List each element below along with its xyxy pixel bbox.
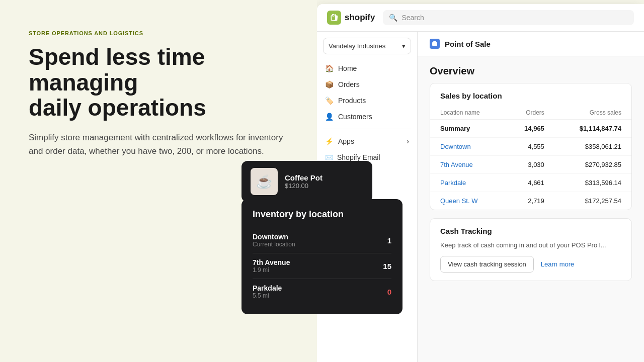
pos-header: Point of Sale [418,32,644,56]
downtown-link[interactable]: Downtown [440,143,471,150]
inv-location-name: Downtown [253,233,295,241]
summary-orders: 14,965 [505,120,554,138]
headline-line1: Spend less time managing [29,44,205,96]
cash-tracking-card: Cash Tracking Keep track of cash coming … [430,218,632,281]
product-name: Coffee Pot [285,173,323,182]
inv-count-downtown: 1 [387,236,391,245]
inv-location-info-parkdale: Parkdale 5.5 mi [253,284,282,299]
table-row-7th: 7th Avenue 3,030 $270,932.85 [430,156,631,174]
shopify-email-label: Shopify Email [337,153,380,161]
sales-table: Location name Orders Gross sales Summary… [430,106,631,210]
shopify-top-nav: shopify 🔍 Search [317,4,644,32]
downtown-orders: 4,555 [505,138,554,156]
cash-description: Keep track of cash coming in and out of … [440,241,621,249]
summary-sales: $1,114,847.74 [554,120,631,138]
pos-badge-icon [430,39,440,49]
cash-card-title: Cash Tracking [430,219,631,241]
search-placeholder: Search [401,14,424,22]
sidebar-item-customers[interactable]: 👤 Customers [317,109,417,125]
queen-label: Queen St. W [430,192,505,210]
inventory-title: Inventory by location [253,209,391,220]
inv-location-name-7th: 7th Avenue [253,258,290,266]
sidebar-label-orders: Orders [338,80,360,88]
shopify-main-content: Point of Sale Overview Sales by location… [418,32,644,362]
apps-icon: ⚡ [325,137,333,145]
queen-orders: 2,719 [505,192,554,210]
product-emoji: ☕ [256,174,272,190]
product-price: $120.00 [285,182,323,190]
customers-icon: 👤 [325,113,333,121]
sidebar-divider [323,129,411,129]
inv-location-sublabel: Current location [253,241,295,248]
overview-heading: Overview [418,56,644,83]
chevron-right-icon: › [407,137,409,145]
7th-sales: $270,932.85 [554,156,631,174]
parkdale-link[interactable]: Parkdale [440,179,466,187]
pos-title: Point of Sale [445,40,491,48]
sidebar-item-home[interactable]: 🏠 Home [317,60,417,76]
7th-label: 7th Avenue [430,156,505,174]
content-area: Sales by location Location name Orders G… [418,83,644,301]
sidebar-label-products: Products [338,97,366,105]
parkdale-label: Parkdale [430,174,505,192]
summary-label: Summary [430,120,505,138]
parkdale-orders: 4,661 [505,174,554,192]
inv-sublabel-parkdale: 5.5 mi [253,292,282,299]
products-icon: 🏷️ [325,97,333,105]
inventory-row-7th: 7th Avenue 1.9 mi 15 [253,253,391,279]
learn-more-link[interactable]: Learn more [539,256,576,273]
home-icon: 🏠 [325,64,333,72]
queen-sales: $172,257.54 [554,192,631,210]
store-selector[interactable]: Vandelay Industries ▾ [323,38,411,54]
left-panel: STORE OPERATIONS AND LOGISTICS Spend les… [0,0,317,362]
table-row-downtown: Downtown 4,555 $358,061.21 [430,138,631,156]
sidebar-label-home: Home [338,64,357,72]
sales-table-header: Location name Orders Gross sales [430,106,631,120]
chevron-down-icon: ▾ [402,42,406,50]
cash-card-body: Keep track of cash coming in and out of … [430,241,631,281]
sidebar-item-orders[interactable]: 📦 Orders [317,76,417,93]
inv-location-info-7th: 7th Avenue 1.9 mi [253,258,290,274]
shopify-logo: shopify [327,11,375,25]
product-info: Coffee Pot $120.00 [285,173,323,190]
col-location: Location name [430,106,505,120]
shopify-logo-text: shopify [345,13,375,23]
table-row-parkdale: Parkdale 4,661 $313,596.14 [430,174,631,192]
col-sales: Gross sales [554,106,631,120]
product-thumbnail: ☕ [251,168,278,195]
subtext: Simplify store management with centraliz… [29,131,285,158]
orders-icon: 📦 [325,80,333,88]
page-wrapper: STORE OPERATIONS AND LOGISTICS Spend les… [0,0,644,362]
inv-location-info: Downtown Current location [253,233,295,248]
inv-count-7th: 15 [383,262,391,270]
eyebrow-text: STORE OPERATIONS AND LOGISTICS [29,30,288,36]
sales-by-location-card: Sales by location Location name Orders G… [430,83,632,210]
parkdale-sales: $313,596.14 [554,174,631,192]
inventory-card: Inventory by location Downtown Current l… [242,199,403,314]
sidebar-label-customers: Customers [338,113,372,121]
sales-card-title: Sales by location [430,83,631,106]
col-orders: Orders [505,106,554,120]
inv-sublabel-7th: 1.9 mi [253,266,290,274]
queen-link[interactable]: Queen St. W [440,197,477,205]
downtown-sales: $358,061.21 [554,138,631,156]
email-icon: ✉️ [325,154,333,161]
sidebar-item-products[interactable]: 🏷️ Products [317,93,417,109]
7th-orders: 3,030 [505,156,554,174]
view-cash-session-button[interactable]: View cash tracking session [440,256,534,273]
headline-line2: daily operations [29,95,206,121]
downtown-label: Downtown [430,138,505,156]
search-bar[interactable]: 🔍 Search [383,10,634,25]
table-row-summary: Summary 14,965 $1,114,847.74 [430,120,631,138]
7th-link[interactable]: 7th Avenue [440,161,473,168]
table-row-queen: Queen St. W 2,719 $172,257.54 [430,192,631,210]
main-headline: Spend less time managing daily operation… [29,44,288,121]
sidebar-item-apps[interactable]: ⚡ Apps › [317,133,417,149]
inv-count-parkdale: 0 [387,288,391,296]
inv-location-name-parkdale: Parkdale [253,284,282,292]
search-icon: 🔍 [389,14,397,22]
inventory-row-downtown: Downtown Current location 1 [253,228,391,253]
svg-rect-1 [433,41,436,43]
shopify-logo-icon [327,11,341,25]
inventory-row-parkdale: Parkdale 5.5 mi 0 [253,279,391,304]
